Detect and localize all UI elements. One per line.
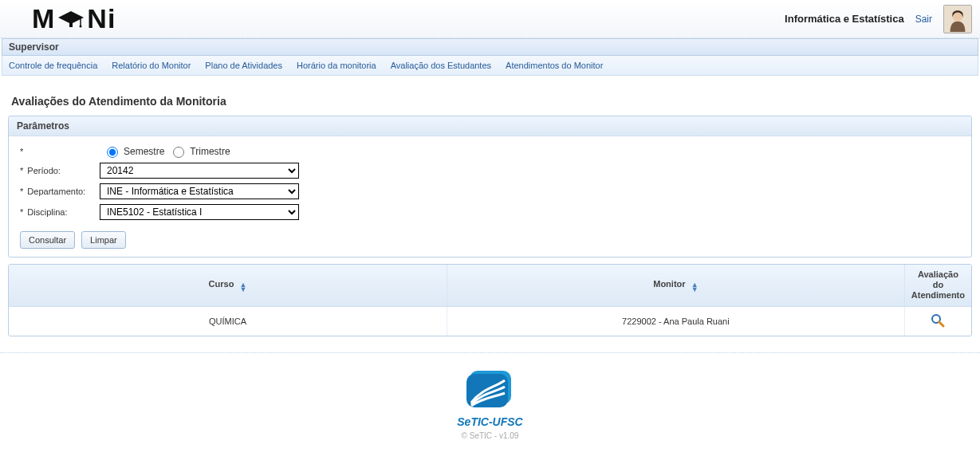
magnifier-icon[interactable] <box>931 313 945 328</box>
radio-trimestre-text: Trimestre <box>190 146 230 157</box>
results-table: Curso ▲▼ Monitor ▲▼ Avaliação do Atendim… <box>8 264 972 336</box>
menu-bar: Controle de frequência Relatório do Moni… <box>2 56 978 76</box>
label-departamento: * Departamento: <box>20 187 100 196</box>
cell-monitor: 7229002 - Ana Paula Ruani <box>447 307 905 336</box>
params-panel-header: Parâmetros <box>9 116 971 136</box>
content: Avaliações do Atendimento da Monitoria P… <box>0 76 980 336</box>
footer-brand: SeTIC-UFSC <box>457 415 522 428</box>
footer: SeTIC-UFSC © SeTIC - v1.09 <box>0 361 980 456</box>
sort-icon: ▲▼ <box>691 282 699 292</box>
row-periodo: * Período: 20142 <box>20 163 960 179</box>
radio-trimestre-label[interactable]: Trimestre <box>169 144 230 158</box>
logo-text-right: Ni <box>87 3 116 34</box>
department-name: Informática e Estatística <box>785 13 904 25</box>
menu-horario-monitoria[interactable]: Horário da monitoria <box>297 61 376 70</box>
menu-controle-frequencia[interactable]: Controle de frequência <box>9 61 97 70</box>
col-avaliacao: Avaliação do Atendimento <box>905 265 971 307</box>
svg-line-7 <box>939 322 943 326</box>
radio-semestre[interactable] <box>107 147 118 158</box>
row-departamento: * Departamento: INE - Informática e Esta… <box>20 183 960 199</box>
cell-avaliacao <box>905 307 971 336</box>
sort-icon: ▲▼ <box>239 282 246 292</box>
avatar[interactable] <box>943 5 972 33</box>
setic-logo-icon <box>459 366 522 414</box>
menu-plano-atividades[interactable]: Plano de Atividades <box>205 61 282 70</box>
required-mark: * <box>20 147 23 156</box>
logout-link[interactable]: Sair <box>915 14 932 25</box>
params-panel-body: * Semestre Trimestre * Período: <box>9 136 971 257</box>
top-bar: M Ni Informática e Estatística Sair <box>0 0 980 38</box>
footer-copyright: © SeTIC - v1.09 <box>462 431 519 440</box>
logo-text-left: M <box>32 3 55 34</box>
period-type-radio-group: Semestre Trimestre <box>103 144 230 158</box>
app-logo: M Ni <box>32 3 116 34</box>
limpar-button[interactable]: Limpar <box>81 231 126 249</box>
svg-rect-1 <box>69 22 73 27</box>
svg-point-3 <box>80 25 82 27</box>
radio-semestre-text: Semestre <box>124 146 164 157</box>
role-label: Supervisor <box>9 41 59 53</box>
button-row: Consultar Limpar <box>20 231 960 249</box>
footer-logo: SeTIC-UFSC © SeTIC - v1.09 <box>0 366 980 440</box>
separator <box>0 352 980 353</box>
menu-avaliacao-estudantes[interactable]: Avaliação dos Estudantes <box>391 61 491 70</box>
menu-relatorio-monitor[interactable]: Relatório do Monitor <box>112 61 191 70</box>
row-period-type: * Semestre Trimestre <box>20 144 960 158</box>
page-title: Avaliações do Atendimento da Monitoria <box>11 95 969 108</box>
col-monitor[interactable]: Monitor ▲▼ <box>447 265 905 307</box>
col-curso[interactable]: Curso ▲▼ <box>9 265 447 307</box>
svg-marker-0 <box>58 11 84 24</box>
top-right: Informática e Estatística Sair <box>785 5 972 33</box>
select-departamento[interactable]: INE - Informática e Estatística <box>100 183 299 199</box>
menu-atendimentos-monitor[interactable]: Atendimentos do Monitor <box>506 61 603 70</box>
params-panel: Parâmetros * Semestre Trimestre <box>8 116 972 258</box>
radio-semestre-label[interactable]: Semestre <box>103 144 164 158</box>
graduation-cap-icon <box>57 10 85 29</box>
select-periodo[interactable]: 20142 <box>100 163 299 179</box>
cell-curso: QUÍMICA <box>9 307 447 336</box>
label-disciplina: * Disciplina: <box>20 207 100 217</box>
radio-trimestre[interactable] <box>173 147 184 158</box>
consultar-button[interactable]: Consultar <box>20 231 75 249</box>
table-row: QUÍMICA 7229002 - Ana Paula Ruani <box>9 307 971 336</box>
row-disciplina: * Disciplina: INE5102 - Estatística I <box>20 204 960 220</box>
label-periodo: * Período: <box>20 166 100 175</box>
role-bar: Supervisor <box>2 38 978 56</box>
select-disciplina[interactable]: INE5102 - Estatística I <box>100 204 299 220</box>
label-required-only: * <box>20 147 100 156</box>
